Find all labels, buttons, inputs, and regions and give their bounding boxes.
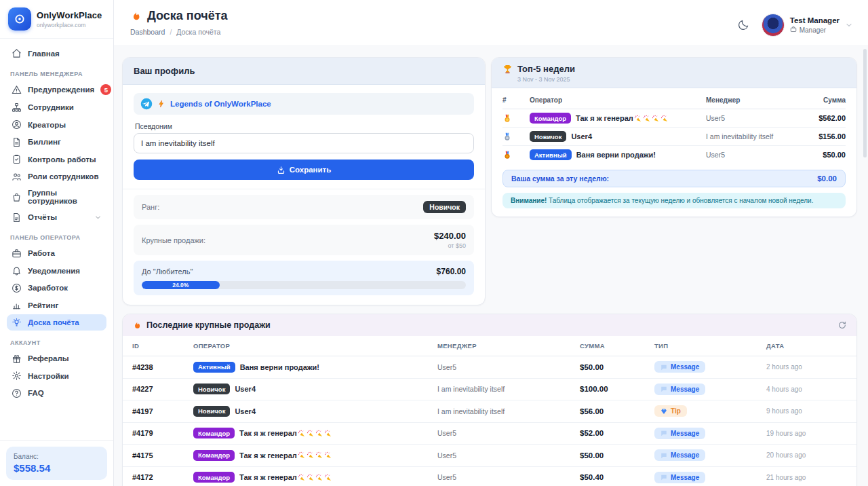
user-name: Test Manager [790, 16, 840, 24]
breadcrumb-dashboard[interactable]: Dashboard [130, 28, 165, 36]
topbar: Доска почёта Dashboard / Доска почёта Te… [114, 0, 868, 45]
top5-date-range: 3 Nov - 3 Nov 2025 [517, 76, 846, 83]
brand-name: OnlyWorkPlace [37, 10, 102, 20]
balance-card: Баланс: $558.54 [6, 447, 107, 480]
brand-block[interactable]: OnlyWorkPlace onlyworkplace.com [0, 0, 113, 39]
party-popper-icon [307, 474, 314, 481]
groups-icon [12, 192, 22, 202]
sidebar-item[interactable]: FAQ [7, 385, 106, 401]
amount: $50.40 [580, 473, 654, 481]
party-popper-icon [634, 115, 642, 122]
silver-medal-icon [502, 132, 512, 142]
divider [123, 189, 485, 189]
brand-logo-icon [8, 7, 31, 31]
manager-name: User5 [706, 151, 804, 159]
sidebar-item[interactable]: Настройки [7, 368, 106, 384]
home-icon [12, 48, 22, 58]
nav-section-title: ПАНЕЛЬ МЕНЕДЖЕРА [10, 71, 103, 77]
progress-fill: 24.0% [142, 281, 220, 289]
rank-badge: Новичок [193, 384, 230, 394]
sidebar-item[interactable]: Доска почёта [7, 314, 106, 331]
type-badge: Message [654, 472, 705, 483]
sidebar-nav: ГлавнаяПАНЕЛЬ МЕНЕДЖЕРАПредупреждения5Со… [0, 39, 113, 440]
sidebar-item[interactable]: Предупреждения5 [7, 81, 106, 98]
next-rank-label: До "Любитель" [142, 267, 193, 276]
recent-sales-card: Последние крупные продажи IDОПЕРАТОРМЕНЕ… [122, 314, 857, 486]
next-rank-row: До "Любитель" $760.00 24.0% [134, 261, 474, 295]
sale-row: #4227НовичокUser4I am inevitability itse… [123, 379, 856, 401]
gear-icon [12, 371, 22, 381]
billing-icon [12, 137, 22, 147]
chart-icon [12, 300, 22, 310]
sidebar-item-label: Рефералы [28, 354, 69, 362]
amount: $56.00 [580, 407, 654, 415]
sidebar-item[interactable]: Отчёты [7, 209, 106, 225]
save-button[interactable]: Сохранить [134, 160, 474, 180]
top5-card: Топ-5 недели 3 Nov - 3 Nov 2025 #Операто… [491, 57, 857, 217]
party-popper-icon [324, 474, 332, 481]
breadcrumb-current: Доска почёта [176, 28, 220, 36]
party-popper-icon [307, 451, 314, 459]
sidebar-item[interactable]: Креаторы [7, 117, 106, 133]
nickname-input[interactable] [134, 133, 474, 153]
sidebar-item[interactable]: Роли сотрудников [7, 168, 106, 185]
sidebar-item[interactable]: Заработок [7, 280, 106, 296]
sale-date: 4 hours ago [766, 386, 847, 393]
operator-name: Так я ж генерал [239, 473, 332, 481]
avatar [762, 14, 785, 37]
sidebar-item-label: Главная [28, 50, 60, 58]
sidebar-item[interactable]: Работа [7, 245, 106, 261]
sale-row: #4172КомандорТак я ж генералUser5$50.40M… [123, 467, 856, 486]
refresh-icon[interactable] [837, 320, 847, 330]
party-popper-icon [660, 115, 668, 122]
sale-row: #4175КомандорТак я ж генералUser5$50.00M… [123, 445, 856, 467]
sidebar-item[interactable]: Рефералы [7, 350, 106, 367]
big-sales-threshold: от $50 [434, 242, 466, 249]
type-badge: Message [654, 384, 705, 395]
manager-name: User5 [706, 114, 804, 122]
party-popper-icon [298, 451, 305, 459]
sidebar-item[interactable]: Контроль работы [7, 151, 106, 168]
sidebar-item[interactable]: Сотрудники [7, 99, 106, 115]
sidebar-item[interactable]: Главная [7, 45, 106, 62]
party-popper-icon [315, 451, 323, 459]
your-sum-label: Ваша сумма за эту неделю: [511, 174, 609, 183]
party-popper-icon [324, 430, 332, 437]
dark-mode-toggle-moon-icon[interactable] [737, 19, 749, 31]
flame-icon [130, 10, 142, 22]
sidebar-item[interactable]: Рейтинг [7, 297, 106, 314]
amount: $562.00 [804, 114, 846, 122]
rank-badge: Командор [193, 428, 235, 438]
sidebar-item[interactable]: Уведомления [7, 263, 106, 279]
message-bubble-icon [660, 430, 667, 436]
rank-badge: Активный [193, 362, 235, 373]
employees-icon [12, 102, 22, 113]
main-area: Доска почёта Dashboard / Доска почёта Te… [114, 0, 868, 486]
warning-icon [12, 85, 22, 95]
amount: $52.00 [580, 429, 654, 437]
briefcase-icon [12, 248, 22, 259]
sale-id: #4179 [132, 429, 193, 437]
balance-label: Баланс: [14, 453, 100, 460]
sale-id: #4227 [132, 385, 193, 393]
bell-icon [12, 265, 22, 276]
type-badge: Tip [654, 405, 687, 417]
reports-icon [12, 212, 22, 223]
telegram-link[interactable]: Legends of OnlyWorkPlace [170, 100, 271, 108]
scrollbar[interactable] [863, 49, 867, 157]
content: Ваш профиль Legends of OnlyWorkPlace Псе… [114, 45, 868, 486]
sidebar-item[interactable]: Группы сотрудников [7, 186, 106, 208]
operator-name: Ваня верни продажи! [240, 363, 319, 371]
party-popper-icon [298, 474, 305, 481]
operator-name: User4 [235, 385, 256, 393]
operator-name: Так я ж генерал [239, 451, 332, 460]
brand-domain: onlyworkplace.com [37, 22, 102, 29]
party-popper-icon [307, 430, 314, 437]
nav-section-title: АККАУНТ [10, 339, 103, 346]
sidebar-item-label: Рейтинг [28, 301, 58, 310]
sidebar-item[interactable]: Биллинг [7, 134, 106, 150]
question-icon [12, 388, 22, 398]
big-sales-label: Крупные продажи: [142, 236, 205, 244]
user-menu[interactable]: Test Manager Manager [762, 14, 853, 37]
operator-name: User4 [235, 407, 256, 415]
